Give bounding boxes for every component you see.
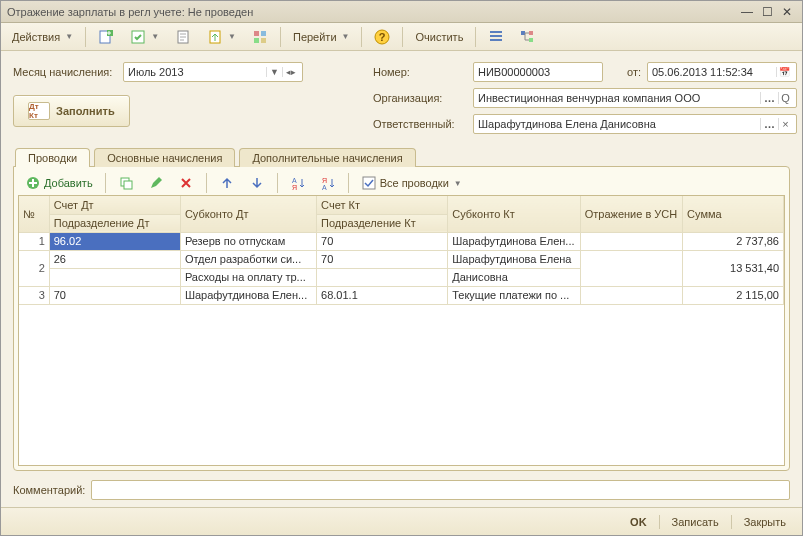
add-label: Добавить — [44, 177, 93, 189]
month-label: Месяц начисления: — [13, 66, 123, 78]
sort-desc-button[interactable]: ЯА — [315, 173, 341, 193]
svg-text:А: А — [322, 184, 327, 190]
close-form-button[interactable]: Закрыть — [738, 514, 792, 530]
org-value: Инвестиционная венчурная компания ООО — [478, 92, 760, 104]
help-button[interactable]: ? — [367, 26, 397, 48]
form-content: Месяц начисления: Июль 2013 ▼ ◂▸ Дт Кт З… — [1, 51, 802, 507]
tab-content: Добавить АЯ ЯА Все проводки ▼ — [13, 166, 790, 471]
svg-rect-13 — [529, 38, 533, 42]
actions-label: Действия — [12, 31, 60, 43]
row-copy-button[interactable] — [113, 173, 139, 193]
main-toolbar: Действия ▼ ▼ ▼ Перейти ▼ ? Очистить — [1, 23, 802, 51]
stepper-icon[interactable]: ◂▸ — [282, 67, 298, 77]
tab-provodki[interactable]: Проводки — [15, 148, 90, 167]
goto-label: Перейти — [293, 31, 337, 43]
row-edit-button[interactable] — [143, 173, 169, 193]
grid[interactable]: № Счет Дт Субконто Дт Счет Кт Субконто К… — [18, 195, 785, 466]
comment-label: Комментарий: — [13, 484, 85, 496]
from-label: от: — [627, 66, 641, 78]
table-row[interactable]: 370Шарафутдинова Елен...68.01.1Текущие п… — [19, 286, 784, 304]
col-usn[interactable]: Отражение в УСН — [580, 196, 682, 232]
document-arrow-icon — [207, 29, 223, 45]
maximize-button[interactable]: ☐ — [758, 5, 776, 19]
table-row[interactable]: 226Отдел разработки си...70Шарафутдинова… — [19, 250, 784, 268]
svg-rect-16 — [124, 181, 132, 189]
clear-label: Очистить — [415, 31, 463, 43]
arrow-up-icon — [219, 175, 235, 191]
open-icon[interactable]: Q — [778, 92, 792, 104]
col-subk-dt[interactable]: Субконто Дт — [180, 196, 316, 232]
col-acc-dt[interactable]: Счет Дт — [49, 196, 180, 214]
org-input[interactable]: Инвестиционная венчурная компания ООО … … — [473, 88, 797, 108]
col-sum[interactable]: Сумма — [683, 196, 784, 232]
comment-input[interactable] — [91, 480, 790, 500]
all-entries-button[interactable]: Все проводки ▼ — [356, 173, 467, 193]
col-subk-kt[interactable]: Субконто Кт — [448, 196, 580, 232]
number-input[interactable]: НИВ00000003 — [473, 62, 603, 82]
toolbar-icon-6[interactable] — [481, 26, 511, 48]
svg-rect-5 — [254, 31, 259, 36]
pencil-icon — [148, 175, 164, 191]
number-value: НИВ00000003 — [478, 66, 550, 78]
date-input[interactable]: 05.06.2013 11:52:34 📅 — [647, 62, 797, 82]
fill-button[interactable]: Дт Кт Заполнить — [13, 95, 130, 127]
resp-value: Шарафутдинова Елена Данисовна — [478, 118, 760, 130]
row-up-button[interactable] — [214, 173, 240, 193]
arrow-down-icon — [249, 175, 265, 191]
row-delete-button[interactable] — [173, 173, 199, 193]
goto-menu[interactable]: Перейти ▼ — [286, 26, 357, 48]
svg-rect-12 — [529, 31, 533, 35]
resp-input[interactable]: Шарафутдинова Елена Данисовна … × — [473, 114, 797, 134]
svg-rect-6 — [261, 31, 266, 36]
month-input[interactable]: Июль 2013 ▼ ◂▸ — [123, 62, 303, 82]
refresh-icon — [130, 29, 146, 45]
svg-rect-8 — [261, 38, 266, 43]
toolbar-icon-1[interactable] — [91, 26, 121, 48]
tabstrip: Проводки Основные начисления Дополнитель… — [13, 147, 790, 166]
sort-asc-icon: АЯ — [290, 175, 306, 191]
toolbar-icon-7[interactable] — [513, 26, 543, 48]
document-icon — [175, 29, 191, 45]
svg-rect-21 — [363, 177, 375, 189]
sort-asc-button[interactable]: АЯ — [285, 173, 311, 193]
col-acc-kt[interactable]: Счет Кт — [317, 196, 448, 214]
checkbox-icon — [361, 175, 377, 191]
save-button[interactable]: Записать — [666, 514, 725, 530]
toolbar-icon-2[interactable]: ▼ — [123, 26, 166, 48]
row-down-button[interactable] — [244, 173, 270, 193]
add-button[interactable]: Добавить — [20, 173, 98, 193]
dropdown-icon[interactable]: ▼ — [266, 67, 282, 77]
svg-text:Я: Я — [292, 184, 297, 190]
toolbar-icon-4[interactable]: ▼ — [200, 26, 243, 48]
ok-button[interactable]: OK — [624, 514, 653, 530]
minimize-button[interactable]: — — [738, 5, 756, 19]
svg-rect-11 — [521, 31, 525, 35]
document-plus-icon — [98, 29, 114, 45]
actions-menu[interactable]: Действия ▼ — [5, 26, 80, 48]
col-n[interactable]: № — [19, 196, 49, 232]
grid-small-icon — [252, 29, 268, 45]
clear-button[interactable]: Очистить — [408, 26, 470, 48]
window-title: Отражение зарплаты в регл учете: Не пров… — [7, 6, 253, 18]
chevron-down-icon: ▼ — [454, 179, 462, 188]
plus-circle-icon — [25, 175, 41, 191]
toolbar-icon-5[interactable] — [245, 26, 275, 48]
delete-icon — [178, 175, 194, 191]
clear-icon[interactable]: × — [778, 118, 792, 130]
close-button[interactable]: ✕ — [778, 5, 796, 19]
col-dept-dt[interactable]: Подразделение Дт — [49, 214, 180, 232]
resp-label: Ответственный: — [373, 118, 473, 130]
toolbar-icon-3[interactable] — [168, 26, 198, 48]
lookup-icon[interactable]: … — [760, 118, 778, 130]
table-row[interactable]: 196.02Резерв по отпускам70Шарафутдинова … — [19, 232, 784, 250]
lookup-icon[interactable]: … — [760, 92, 778, 104]
col-dept-kt[interactable]: Подразделение Кт — [317, 214, 448, 232]
chevron-down-icon: ▼ — [151, 32, 159, 41]
copy-icon — [118, 175, 134, 191]
help-icon: ? — [374, 29, 390, 45]
tab-osnovnye[interactable]: Основные начисления — [94, 148, 235, 167]
month-value: Июль 2013 — [128, 66, 266, 78]
chevron-down-icon: ▼ — [342, 32, 350, 41]
tab-dopolnitelnye[interactable]: Дополнительные начисления — [239, 148, 415, 167]
calendar-icon[interactable]: 📅 — [776, 67, 792, 77]
